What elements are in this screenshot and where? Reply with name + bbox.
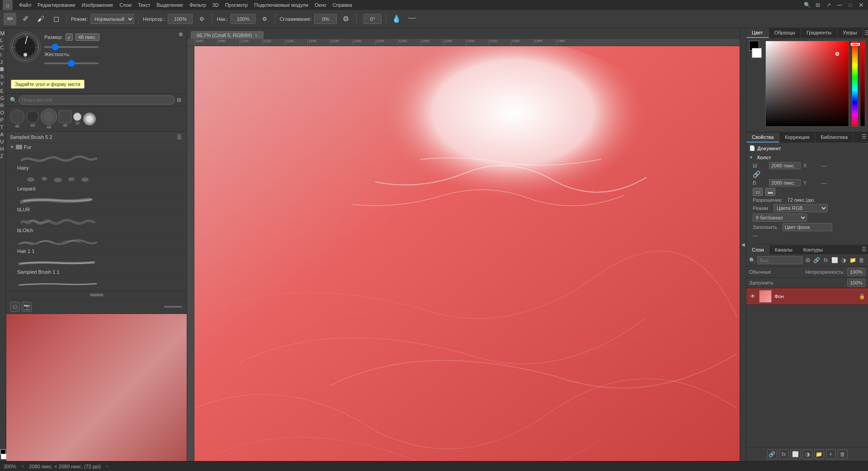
menu-layers[interactable]: Слои bbox=[119, 2, 132, 8]
brightness-bar[interactable] bbox=[860, 41, 865, 127]
close-btn[interactable]: ✕ bbox=[857, 1, 865, 9]
tool-stamp[interactable]: S bbox=[0, 74, 6, 79]
panel-resize-handle[interactable] bbox=[163, 305, 183, 309]
camera-btn[interactable]: 📷 bbox=[22, 302, 32, 312]
brush-item-blotch[interactable]: bLOtch bbox=[6, 214, 187, 234]
add-link-btn[interactable]: 🔗 bbox=[767, 449, 777, 459]
layer-item-background[interactable]: 👁 Фон 🔒 bbox=[746, 288, 868, 305]
fill-input[interactable] bbox=[847, 279, 865, 287]
preset-fuzzy-20[interactable] bbox=[83, 113, 96, 125]
document-header[interactable]: 📄 Документ bbox=[749, 145, 865, 151]
tool-blur[interactable]: R bbox=[0, 103, 6, 108]
menu-view[interactable]: Просмотр bbox=[225, 2, 248, 8]
menu-filter[interactable]: Фильтр bbox=[189, 2, 206, 8]
layer-visibility-toggle[interactable]: 👁 bbox=[749, 293, 756, 300]
tool-eraser[interactable]: E bbox=[0, 88, 6, 94]
status-arrow-left[interactable] bbox=[22, 466, 24, 467]
pencil-btn[interactable]: ✐ bbox=[19, 13, 32, 25]
tab-gradients[interactable]: Градиенты bbox=[801, 28, 837, 38]
add-group-btn[interactable]: 📁 bbox=[814, 449, 824, 459]
status-arrow-right[interactable] bbox=[106, 466, 108, 467]
preset-round-48[interactable] bbox=[41, 109, 57, 125]
tool-pen[interactable]: P bbox=[0, 117, 6, 123]
preset-soft-48[interactable] bbox=[10, 109, 24, 124]
preset-hard-48[interactable] bbox=[26, 110, 39, 123]
menu-plugins[interactable]: Подключаемые модули bbox=[254, 2, 308, 8]
brush-item-hairy[interactable]: Hairy bbox=[6, 151, 187, 172]
tool-shape[interactable]: U bbox=[0, 139, 6, 144]
bit-depth-select[interactable]: 8 бит/канал bbox=[753, 214, 807, 222]
brush-list-scrollbar[interactable] bbox=[90, 294, 104, 296]
opacity-toggle-btn[interactable]: ⚙ bbox=[195, 13, 208, 25]
brush-list-scroll[interactable]: ▼ Fur Hairy bbox=[6, 143, 187, 290]
add-adj-btn[interactable]: ◑ bbox=[802, 449, 812, 459]
new-layer-btn[interactable]: □ bbox=[10, 302, 20, 312]
canvas-tab-close[interactable]: × bbox=[255, 33, 258, 38]
tool-crop[interactable]: C bbox=[0, 45, 6, 50]
tab-paths[interactable]: Контуры bbox=[798, 245, 828, 254]
brush-search-input[interactable] bbox=[19, 95, 175, 105]
hue-bar[interactable] bbox=[852, 41, 858, 127]
size-decrease-btn[interactable]: ↙ bbox=[66, 33, 73, 41]
opacity-input[interactable] bbox=[847, 268, 865, 276]
menu-image[interactable]: Изображение bbox=[82, 2, 113, 8]
tab-color[interactable]: Цвет bbox=[746, 28, 769, 38]
portrait-btn[interactable]: ▭ bbox=[753, 188, 763, 196]
workspace-icon[interactable]: ⊞ bbox=[814, 1, 822, 9]
tool-lasso[interactable]: L bbox=[0, 38, 6, 43]
tool-eyedropper[interactable]: I bbox=[0, 52, 6, 57]
eraser-btn[interactable]: ◻ bbox=[50, 13, 62, 25]
menu-file[interactable]: Файл bbox=[19, 2, 31, 8]
menu-window[interactable]: Окно bbox=[315, 2, 326, 8]
smoothing-settings-btn[interactable]: ⚙ bbox=[340, 13, 352, 25]
brush-list-settings-btn[interactable]: ☰ bbox=[175, 133, 183, 141]
tool-dodge[interactable]: O bbox=[0, 110, 6, 115]
brush-item-leopard[interactable]: Leopard bbox=[6, 172, 187, 193]
tab-library[interactable]: Библиотека bbox=[815, 133, 854, 143]
smoothing-mode-btn[interactable]: 〰 bbox=[406, 13, 418, 25]
menu-help[interactable]: Справка bbox=[333, 2, 352, 8]
angle-input[interactable] bbox=[363, 14, 382, 24]
brush-item-sampled11[interactable]: Sampled Brush 1 1 bbox=[6, 255, 187, 276]
tool-history[interactable]: Y bbox=[0, 81, 6, 86]
hardness-slider[interactable] bbox=[44, 62, 99, 64]
landscape-btn[interactable]: ▬ bbox=[765, 188, 775, 196]
tool-select[interactable]: M bbox=[0, 30, 6, 36]
tool-zoom[interactable]: Z bbox=[0, 153, 6, 159]
tab-correction[interactable]: Коррекция bbox=[779, 133, 815, 143]
preset-small-20[interactable] bbox=[73, 113, 81, 121]
menu-edit[interactable]: Редактирование bbox=[38, 2, 75, 8]
tool-gradient[interactable]: G bbox=[0, 95, 6, 101]
airbrush-btn[interactable]: 💧 bbox=[390, 13, 403, 25]
brush2-btn[interactable]: 🖌 bbox=[34, 13, 47, 25]
new-layer-bottom-btn[interactable]: + bbox=[826, 449, 836, 459]
search-icon[interactable]: 🔍 bbox=[803, 1, 811, 9]
panel-settings-btn[interactable]: ☰ bbox=[863, 29, 868, 37]
tab-channels[interactable]: Каналы bbox=[769, 245, 798, 254]
layers-group-btn[interactable]: 📁 bbox=[849, 256, 856, 265]
tab-patterns[interactable]: Узоры bbox=[837, 28, 863, 38]
props-menu-btn[interactable]: ☰ bbox=[860, 133, 868, 141]
brush-item-hair11[interactable]: Hair 1 1 bbox=[6, 234, 187, 255]
tool-path[interactable]: A bbox=[0, 132, 6, 137]
layers-filter-btn[interactable]: ⊞ bbox=[804, 256, 811, 265]
size-slider[interactable] bbox=[44, 46, 99, 48]
background-color[interactable] bbox=[1, 454, 6, 459]
tab-samples[interactable]: Образцы bbox=[769, 28, 801, 38]
right-panel-collapse[interactable]: ◀ bbox=[740, 28, 746, 461]
brush-tool-btn[interactable]: ✏ bbox=[4, 13, 16, 25]
brush-item-blur[interactable]: bLUR bbox=[6, 193, 187, 214]
layers-link-btn[interactable]: 🔗 bbox=[813, 256, 821, 265]
share-icon[interactable]: ↗ bbox=[825, 1, 833, 9]
add-effect-btn[interactable]: fx bbox=[779, 449, 789, 459]
home-btn[interactable]: ⌂ bbox=[3, 0, 13, 10]
color-picker-gradient[interactable] bbox=[765, 41, 850, 129]
canvas-image-wrap[interactable] bbox=[194, 46, 740, 461]
brush-group-fur[interactable]: ▼ Fur bbox=[6, 143, 187, 151]
opacity-input[interactable] bbox=[168, 14, 193, 24]
tool-heal[interactable]: J bbox=[0, 59, 6, 65]
layers-effect-btn[interactable]: fx bbox=[822, 256, 830, 265]
menu-select[interactable]: Выделение bbox=[157, 2, 183, 8]
bg-swatch[interactable] bbox=[752, 48, 762, 58]
color-mode-select[interactable]: Цвета RGB bbox=[774, 204, 828, 212]
